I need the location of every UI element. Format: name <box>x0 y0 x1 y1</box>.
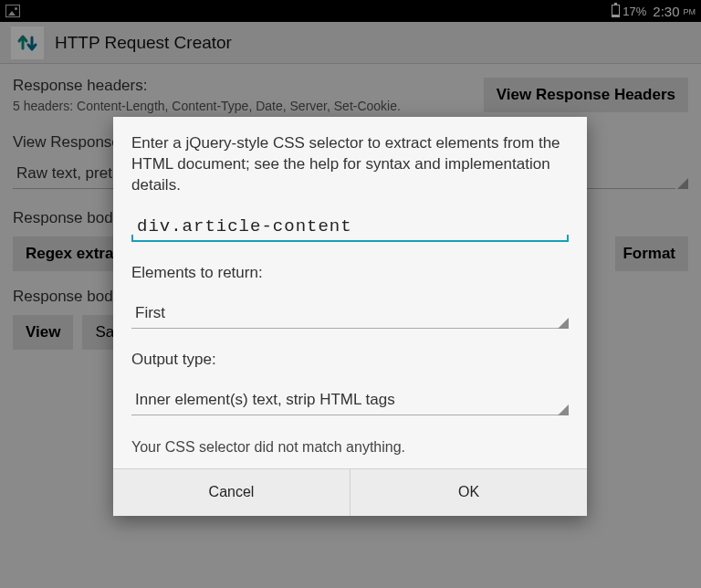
spinner-handle-icon <box>558 318 569 329</box>
dialog-status-text: Your CSS selector did not match anything… <box>131 439 569 456</box>
output-type-spinner[interactable]: Inner element(s) text, strip HTML tags <box>131 383 569 415</box>
selector-input-wrap[interactable] <box>131 215 569 242</box>
css-selector-dialog: Enter a jQuery-style CSS selector to ext… <box>113 117 587 516</box>
ok-button[interactable]: OK <box>350 469 587 516</box>
output-type-value: Inner element(s) text, strip HTML tags <box>135 391 395 408</box>
elements-to-return-spinner[interactable]: First <box>131 297 569 329</box>
selector-input[interactable] <box>137 216 563 236</box>
elements-to-return-value: First <box>135 304 165 321</box>
output-type-label: Output type: <box>131 351 569 369</box>
spinner-handle-icon <box>558 404 569 415</box>
screen: 17% 2:30 PM HTTP Request Creator Respons… <box>0 0 701 588</box>
dialog-button-bar: Cancel OK <box>113 468 587 516</box>
dialog-prompt: Enter a jQuery-style CSS selector to ext… <box>131 133 569 196</box>
cancel-button[interactable]: Cancel <box>113 469 350 516</box>
elements-to-return-label: Elements to return: <box>131 264 569 282</box>
